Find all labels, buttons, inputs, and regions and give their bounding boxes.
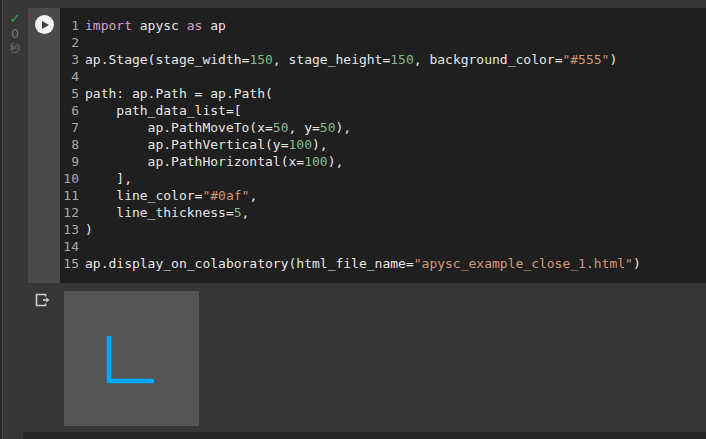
code-text: import apysc as ap xyxy=(85,17,226,34)
run-cell-button[interactable] xyxy=(35,15,54,34)
code-line[interactable]: 4 xyxy=(60,68,706,85)
execution-count: 0 xyxy=(4,27,26,41)
code-text: ], xyxy=(85,170,132,187)
code-text: ap.PathHorizontal(x=100), xyxy=(85,153,343,170)
line-number: 7 xyxy=(60,119,79,136)
success-check-icon: ✓ xyxy=(4,12,26,26)
code-line[interactable]: 1import apysc as ap xyxy=(60,17,706,34)
code-cell: 1import apysc as ap23ap.Stage(stage_widt… xyxy=(28,8,706,283)
code-line[interactable]: 2 xyxy=(60,34,706,51)
code-text: path: ap.Path = ap.Path( xyxy=(85,85,273,102)
code-line[interactable]: 14 xyxy=(60,238,706,255)
code-line[interactable]: 5path: ap.Path = ap.Path( xyxy=(60,85,706,102)
code-text: line_thickness=5, xyxy=(85,204,249,221)
code-text: ap.Stage(stage_width=150, stage_height=1… xyxy=(85,51,617,68)
code-editor[interactable]: 1import apysc as ap23ap.Stage(stage_widt… xyxy=(60,8,706,283)
code-text: ap.display_on_colaboratory(html_file_nam… xyxy=(85,255,641,272)
stage-canvas xyxy=(64,291,199,426)
line-number: 10 xyxy=(60,170,79,187)
line-number: 12 xyxy=(60,204,79,221)
code-line[interactable]: 3ap.Stage(stage_width=150, stage_height=… xyxy=(60,51,706,68)
line-number: 13 xyxy=(60,221,79,238)
code-line[interactable]: 11 line_color="#0af", xyxy=(60,187,706,204)
line-number: 11 xyxy=(60,187,79,204)
bottom-bar xyxy=(23,432,706,439)
line-number: 2 xyxy=(60,34,79,51)
line-number: 3 xyxy=(60,51,79,68)
line-number: 9 xyxy=(60,153,79,170)
code-line[interactable]: 8 ap.PathVertical(y=100), xyxy=(60,136,706,153)
code-text: ap.PathVertical(y=100), xyxy=(85,136,328,153)
code-text: path_data_list=[ xyxy=(85,102,242,119)
code-line[interactable]: 10 ], xyxy=(60,170,706,187)
code-text: line_color="#0af", xyxy=(85,187,257,204)
line-number: 6 xyxy=(60,102,79,119)
seconds-label: 秒 xyxy=(4,42,26,55)
play-icon xyxy=(42,21,49,29)
code-line[interactable]: 15ap.display_on_colaboratory(html_file_n… xyxy=(60,255,706,272)
stage-path-drawing xyxy=(64,291,199,426)
line-number: 5 xyxy=(60,85,79,102)
cell-toolbar xyxy=(28,8,60,283)
notebook-page: { "colors": { "keyword": "#d2a0d2", "num… xyxy=(0,0,706,439)
code-text: ) xyxy=(85,221,93,238)
code-line[interactable]: 7 ap.PathMoveTo(x=50, y=50), xyxy=(60,119,706,136)
line-number: 1 xyxy=(60,17,79,34)
code-line[interactable]: 6 path_data_list=[ xyxy=(60,102,706,119)
line-number: 15 xyxy=(60,255,79,272)
window-left-edge xyxy=(0,0,3,439)
code-line[interactable]: 13) xyxy=(60,221,706,238)
code-line[interactable]: 9 ap.PathHorizontal(x=100), xyxy=(60,153,706,170)
line-number: 4 xyxy=(60,68,79,85)
line-number: 8 xyxy=(60,136,79,153)
export-output-icon xyxy=(34,292,51,308)
cell-status-gutter: ✓ 0 秒 xyxy=(4,12,26,55)
line-number: 14 xyxy=(60,238,79,255)
code-lines: 1import apysc as ap23ap.Stage(stage_widt… xyxy=(60,17,706,272)
code-text: ap.PathMoveTo(x=50, y=50), xyxy=(85,119,351,136)
code-line[interactable]: 12 line_thickness=5, xyxy=(60,204,706,221)
